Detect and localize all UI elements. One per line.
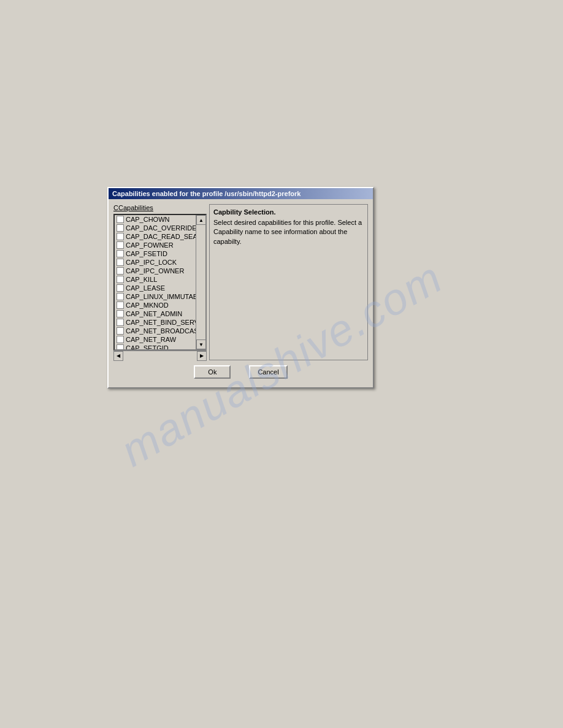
right-panel-description: Select desired capabilities for this pro… — [213, 218, 364, 246]
capability-label: CAP_NET_BIND_SERVIC — [126, 319, 196, 326]
ok-button[interactable]: Ok — [194, 365, 231, 379]
cancel-button[interactable]: Cancel — [249, 365, 287, 379]
list-item[interactable]: CAP_LEASE — [115, 284, 196, 292]
list-item[interactable]: CAP_NET_BIND_SERVIC — [115, 318, 196, 327]
capability-checkbox[interactable] — [117, 293, 124, 300]
list-item[interactable]: CAP_DAC_OVERRIDE — [115, 224, 196, 232]
scroll-left-button[interactable]: ◀ — [113, 351, 123, 361]
capability-label: CAP_KILL — [126, 276, 157, 283]
list-item[interactable]: CAP_FSETID — [115, 249, 196, 258]
capability-checkbox[interactable] — [117, 327, 124, 335]
list-item[interactable]: CAP_IPC_OWNER — [115, 267, 196, 275]
capability-checkbox[interactable] — [117, 336, 124, 343]
buttons-row: Ok Cancel — [113, 360, 368, 382]
capability-checkbox[interactable] — [117, 310, 124, 317]
dialog-window: Capabilities enabled for the profile /us… — [107, 187, 374, 389]
capability-checkbox[interactable] — [117, 267, 124, 275]
scroll-down-button[interactable]: ▼ — [196, 339, 206, 349]
list-item[interactable]: CAP_FOWNER — [115, 241, 196, 249]
capability-checkbox[interactable] — [117, 216, 124, 223]
dialog-titlebar: Capabilities enabled for the profile /us… — [109, 188, 373, 199]
list-item[interactable]: CAP_IPC_LOCK — [115, 258, 196, 267]
list-item[interactable]: CAP_KILL — [115, 275, 196, 284]
capability-checkbox[interactable] — [117, 250, 124, 257]
list-item[interactable]: CAP_SETGID — [115, 344, 196, 349]
scroll-h-track — [123, 352, 197, 360]
capability-checkbox[interactable] — [117, 241, 124, 249]
list-item[interactable]: CAP_LINUX_IMMUTABL — [115, 292, 196, 301]
capabilities-label: CCapabilities — [113, 204, 207, 211]
right-panel: Capbility Selection. Select desired capa… — [209, 204, 368, 360]
list-item[interactable]: CAP_DAC_READ_SEAR — [115, 232, 196, 241]
scroll-right-button[interactable]: ▶ — [197, 351, 207, 361]
capability-label: CAP_FSETID — [126, 250, 167, 257]
capability-label: CAP_LINUX_IMMUTABL — [126, 293, 196, 300]
capability-label: CAP_CHOWN — [126, 216, 170, 223]
capability-label: CAP_FOWNER — [126, 241, 174, 249]
capability-label: CAP_NET_BROADCAST — [126, 327, 196, 335]
dialog-title: Capabilities enabled for the profile /us… — [112, 190, 301, 197]
capability-label: CAP_IPC_LOCK — [126, 259, 177, 266]
capability-checkbox[interactable] — [117, 259, 124, 266]
capabilities-listbox[interactable]: CAP_CHOWNCAP_DAC_OVERRIDECAP_DAC_READ_SE… — [113, 214, 207, 351]
capability-checkbox[interactable] — [117, 319, 124, 326]
capability-checkbox[interactable] — [117, 224, 124, 232]
list-item[interactable]: CAP_MKNOD — [115, 301, 196, 309]
scroll-v-track — [196, 225, 205, 339]
right-panel-title: Capbility Selection. — [213, 208, 364, 216]
panels-container: CCapabilities CAP_CHOWNCAP_DAC_OVERRIDEC… — [113, 204, 368, 360]
capability-label: CAP_NET_RAW — [126, 336, 176, 343]
capability-label: CAP_NET_ADMIN — [126, 310, 182, 317]
capability-label: CAP_MKNOD — [126, 301, 169, 309]
vertical-scrollbar[interactable]: ▲ ▼ — [196, 215, 205, 349]
horizontal-scrollbar[interactable]: ◀ ▶ — [113, 351, 207, 360]
dialog-content: CCapabilities CAP_CHOWNCAP_DAC_OVERRIDEC… — [109, 199, 373, 387]
capability-checkbox[interactable] — [117, 284, 124, 292]
list-item[interactable]: CAP_CHOWN — [115, 215, 196, 224]
capability-label: CAP_LEASE — [126, 284, 165, 292]
capability-checkbox[interactable] — [117, 344, 124, 349]
capability-label: CAP_IPC_OWNER — [126, 267, 184, 275]
cap-list-inner: CAP_CHOWNCAP_DAC_OVERRIDECAP_DAC_READ_SE… — [115, 215, 196, 349]
list-item[interactable]: CAP_NET_ADMIN — [115, 309, 196, 318]
list-item[interactable]: CAP_NET_RAW — [115, 335, 196, 344]
capability-checkbox[interactable] — [117, 276, 124, 283]
capability-label: CAP_SETGID — [126, 344, 169, 349]
capability-label: CAP_DAC_OVERRIDE — [126, 224, 196, 232]
capability-label: CAP_DAC_READ_SEAR — [126, 233, 196, 240]
capability-checkbox[interactable] — [117, 301, 124, 309]
list-item[interactable]: CAP_NET_BROADCAST — [115, 327, 196, 335]
capability-checkbox[interactable] — [117, 233, 124, 240]
scroll-up-button[interactable]: ▲ — [196, 215, 206, 225]
